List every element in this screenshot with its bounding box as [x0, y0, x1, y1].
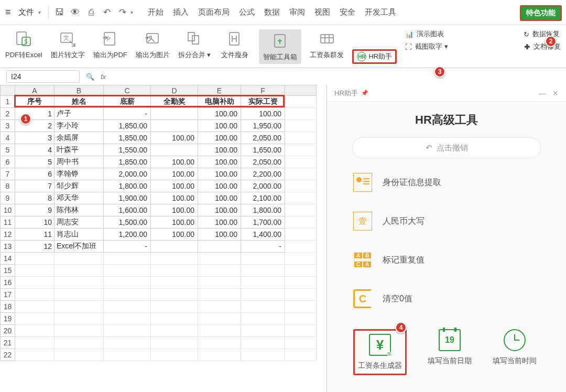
table-header-row[interactable]: 1 序号 姓名 底薪 全勤奖 电脑补助 实际工资	[1, 96, 317, 108]
cell[interactable]: 李小玲	[55, 120, 104, 132]
col-header[interactable]: D	[151, 85, 198, 96]
cell[interactable]: 序号	[15, 96, 55, 108]
table-row[interactable]: 1312Excel不加班--	[1, 241, 317, 253]
image-to-text-button[interactable]: 文 图片转文字	[51, 29, 85, 60]
hr-assistant-button[interactable]: HR HR助手	[352, 49, 397, 64]
col-header[interactable]: E	[198, 85, 241, 96]
row-header[interactable]: 13	[1, 241, 15, 253]
table-row[interactable]: 15	[1, 265, 317, 277]
tab-security[interactable]: 安全	[340, 7, 355, 17]
split-merge-button[interactable]: 拆分合并 ▾	[178, 29, 211, 60]
table-row[interactable]: 87邹少辉1,800.00100.00100.002,000.00	[1, 180, 317, 192]
salary-send-button[interactable]: 工资条群发	[310, 29, 344, 60]
table-row[interactable]: 1110周志安1,500.00100.00100.001,700.00	[1, 216, 317, 228]
cell[interactable]: 10	[15, 216, 55, 228]
row-header[interactable]: 4	[1, 132, 15, 144]
table-row[interactable]: 76李翰铮2,000.00100.00100.002,200.00	[1, 168, 317, 180]
redo-icon[interactable]: ↷	[115, 7, 130, 18]
demo-chart-button[interactable]: 📊演示图表	[405, 29, 448, 39]
col-header[interactable]: F	[241, 85, 285, 96]
hamburger-icon[interactable]: ≡	[2, 7, 14, 18]
cell[interactable]: 余嫣屏	[55, 132, 104, 144]
export-image-button[interactable]: 输出为图片	[136, 29, 170, 60]
cell[interactable]: 1,650.00	[241, 144, 285, 156]
special-features-button[interactable]: 特色功能	[520, 5, 562, 21]
cell[interactable]: 1,500.00	[104, 216, 151, 228]
cell[interactable]: 周志安	[55, 216, 104, 228]
cell[interactable]: -	[104, 241, 151, 253]
chevron-down-icon[interactable]: ▾	[130, 9, 137, 15]
lookup-icon[interactable]: 🔍	[86, 73, 94, 81]
table-row[interactable]: 21	[1, 337, 317, 349]
cell[interactable]: 全勤奖	[151, 96, 198, 108]
fx-label[interactable]: fx	[101, 73, 106, 81]
pin-icon[interactable]: 📌	[361, 90, 368, 96]
row-header[interactable]: 15	[1, 265, 15, 277]
row-header[interactable]: 8	[1, 180, 15, 192]
cell[interactable]: 1,850.00	[104, 132, 151, 144]
row-header[interactable]: 20	[1, 325, 15, 337]
col-header[interactable]: C	[104, 85, 151, 96]
cell[interactable]: 1,600.00	[104, 204, 151, 216]
cell[interactable]: 100.00	[198, 108, 241, 120]
close-icon[interactable]: ✕	[552, 89, 559, 97]
cell[interactable]: 1,550.00	[104, 144, 151, 156]
cell[interactable]: 陈伟林	[55, 204, 104, 216]
cell[interactable]: 100.00	[198, 204, 241, 216]
tab-formula[interactable]: 公式	[239, 7, 255, 17]
cell[interactable]	[151, 144, 198, 156]
cell[interactable]: 1,400.00	[241, 228, 285, 241]
cell[interactable]: 8	[15, 192, 55, 204]
column-headers[interactable]: A B C D E F	[1, 85, 317, 96]
cell[interactable]: 2,050.00	[241, 156, 285, 168]
row-header[interactable]: 11	[1, 216, 15, 228]
preview-icon[interactable]: 👁	[68, 7, 83, 18]
cell[interactable]: 底薪	[104, 96, 151, 108]
cell[interactable]: 100.00	[151, 192, 198, 204]
cell[interactable]: 3	[15, 132, 55, 144]
cell[interactable]: 11	[15, 228, 55, 241]
cell[interactable]: 100.00	[151, 228, 198, 241]
screenshot-ocr-button[interactable]: ⛶截图取字 ▾	[405, 42, 448, 51]
cell[interactable]: 叶森平	[55, 144, 104, 156]
tab-data[interactable]: 数据	[264, 7, 280, 17]
cell[interactable]: 2,050.00	[241, 132, 285, 144]
row-header[interactable]: 10	[1, 204, 15, 216]
cell[interactable]: 100.00	[151, 216, 198, 228]
pdf-to-excel-button[interactable]: S PDF转Excel	[5, 29, 42, 60]
cell[interactable]: 周中书	[55, 156, 104, 168]
chevron-down-icon[interactable]: ▾	[38, 9, 45, 15]
cell[interactable]: Excel不加班	[55, 241, 104, 253]
cell[interactable]: 100.00	[198, 156, 241, 168]
col-header[interactable]	[285, 85, 317, 96]
id-extract-button[interactable]: 身份证信息提取	[353, 173, 550, 192]
tab-review[interactable]: 审阅	[289, 7, 305, 17]
cell[interactable]: 7	[15, 180, 55, 192]
cell[interactable]: 2,000.00	[104, 168, 151, 180]
row-header[interactable]: 22	[1, 349, 15, 361]
name-box[interactable]: I24	[6, 70, 80, 83]
table-row[interactable]: 16	[1, 277, 317, 289]
tab-devtools[interactable]: 开发工具	[365, 7, 396, 17]
tab-insert[interactable]: 插入	[173, 7, 189, 17]
cell[interactable]: 卢子	[55, 108, 104, 120]
table-row[interactable]: 32李小玲1,850.00100.001,950.00	[1, 120, 317, 132]
cell[interactable]: 100.00	[151, 204, 198, 216]
row-header[interactable]: 7	[1, 168, 15, 180]
rmb-upper-button[interactable]: 壹 人民币大写	[353, 212, 550, 231]
cell[interactable]: 100.00	[198, 168, 241, 180]
cell[interactable]: -	[104, 108, 151, 120]
cell[interactable]: 1,200.00	[104, 228, 151, 241]
row-header[interactable]: 1	[1, 96, 15, 108]
cell[interactable]: 肖志山	[55, 228, 104, 241]
cell[interactable]: 姓名	[55, 96, 104, 108]
cell[interactable]: 6	[15, 168, 55, 180]
cell[interactable]: 100.00	[198, 216, 241, 228]
row-header[interactable]: 16	[1, 277, 15, 289]
row-header[interactable]: 6	[1, 156, 15, 168]
cell[interactable]: 12	[15, 241, 55, 253]
cell[interactable]: 2,000.00	[241, 180, 285, 192]
tab-view[interactable]: 视图	[314, 7, 330, 17]
table-row[interactable]: 20	[1, 325, 317, 337]
spreadsheet-area[interactable]: A B C D E F 1 序号 姓名 底薪 全勤奖 电脑补助 实际工资 21卢…	[0, 85, 326, 392]
